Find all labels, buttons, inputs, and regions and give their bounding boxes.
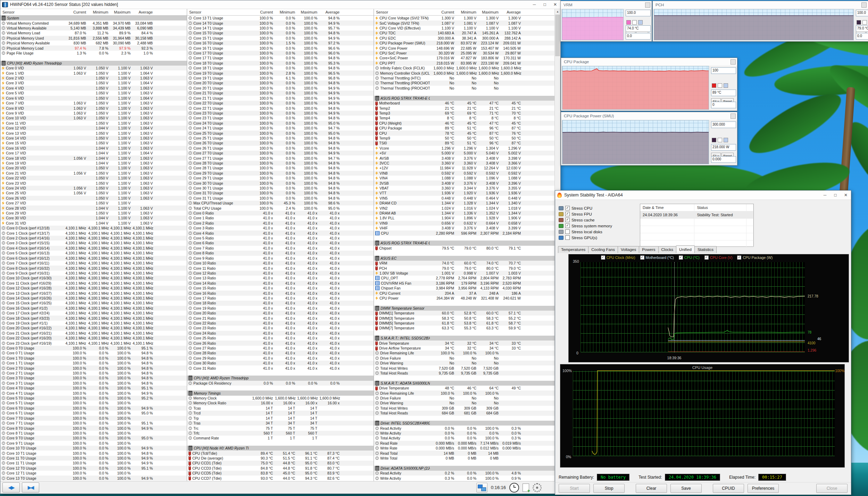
sensor-row[interactable]: Core 7 VID1.063 V1.050 V1.100 V1.063 V — [0, 101, 187, 106]
sensor-row[interactable]: Max CPU/Thread Usage100.0 %45.3 %100.0 %… — [187, 201, 374, 205]
sensor-row[interactable]: Core 23 T0 Usage100.0 %0.0 %100.0 %94.9 … — [187, 111, 374, 116]
clear-button[interactable]: Clear — [636, 484, 667, 493]
sensor-row[interactable]: ASUS ROG STRIX TRX40-E GAMING (AMD ... — [374, 241, 555, 245]
sensor-row[interactable]: Drive Remaining Life100.0 %100.0 %100.0 … — [374, 351, 555, 355]
sensor-row[interactable]: Core 1 Ratio41.0 x41.0 x41.0 x41.0 x — [187, 216, 374, 220]
sensor-row[interactable]: Thermal Throttling (PROCHOT CPU)NoNoNo — [374, 81, 555, 85]
sensor-row[interactable]: Core 19 VID1.044 V1.100 V1.063 V — [0, 161, 187, 166]
sensor-row[interactable]: Core 9 Clock (perf #16/31)4,100.1 MHz4,1… — [0, 271, 187, 276]
sensor-row[interactable]: Core 2 VID1.050 V1.100 V1.063 V — [0, 76, 187, 81]
sensor-row[interactable]: Drive FailureNoNoNo — [374, 396, 555, 401]
sensor-row[interactable]: Physical Memory Available830 MB682 MB30,… — [0, 41, 187, 45]
sensor-row[interactable]: Core 23 Ratio41.0 x41.0 x41.0 x41.0 x — [187, 326, 374, 330]
sensor-row[interactable]: Core 19 T1 Usage100.0 %6.1 %100.0 %96.8 … — [187, 76, 374, 81]
sensor-row[interactable]: Core 15 VID1.050 V1.100 V1.063 V — [0, 141, 187, 145]
sensor-row[interactable]: Command Rate1 T1 T1 T — [187, 436, 374, 440]
sensor-row[interactable] — [374, 301, 555, 305]
test-log-table[interactable]: Date & TimeStatus24.04.2020 18:39:36Stab… — [640, 204, 754, 247]
graph-menu-button[interactable] — [645, 2, 650, 8]
sensor-row[interactable]: Core 3 T1 Usage100.0 %0.0 %100.0 %94.8 % — [0, 381, 187, 386]
sensor-row[interactable]: Virtual Memory Load87.0 %11.2 %89.9 %84.… — [0, 31, 187, 35]
sensor-row[interactable]: CPU EDC300.000 A38.341 A300.000 A288.142… — [374, 36, 555, 41]
legend-checkbox[interactable]: ✓ — [601, 255, 605, 260]
sensor-row[interactable] — [374, 91, 555, 95]
sensor-row[interactable]: Infinity Fabric Clock (FCLK)1,600.0 MHz1… — [374, 66, 555, 70]
sensor-row[interactable]: Core 8 Clock (perf #16/32)4,100.1 MHz4,1… — [0, 266, 187, 270]
sensor-row[interactable]: Core 6 T1 Usage100.0 %0.0 %100.0 %95.0 % — [0, 411, 187, 415]
sensor-row[interactable]: Core 18 T0 Usage100.0 %0.0 %100.0 %95.3 … — [187, 61, 374, 66]
sensor-row[interactable]: Core 3 T0 Usage100.0 %0.0 %100.0 %94.8 % — [0, 376, 187, 380]
sensor-row[interactable]: Core 16 Ratio41.0 x41.0 x41.0 x41.0 x — [187, 291, 374, 295]
sensor-row[interactable]: Core 15 T1 Usage100.0 %0.0 %100.0 %94.9 … — [187, 36, 374, 41]
sensor-row[interactable]: Core 4 T0 Usage100.0 %0.0 %100.0 %95.1 % — [0, 386, 187, 390]
sensor-row[interactable]: Core 0 Clock (perf #12/18)4,100.1 MHz4,1… — [0, 226, 187, 230]
sensor-row[interactable]: Core 31 VID1.044 V1.100 V1.063 V — [0, 221, 187, 226]
sensor-row[interactable]: Core 27 VID1.050 V1.100 V — [0, 201, 187, 205]
sensor-row[interactable]: CPU Die (average)90.3 °C51.5 °C91.1 °C87… — [187, 456, 374, 461]
sensor-row[interactable] — [374, 236, 555, 241]
legend-checkbox[interactable]: ✓ — [679, 255, 683, 260]
sensor-row[interactable]: Core 22 VID1.050 V1.100 V1.063 V — [0, 176, 187, 180]
sensor-row[interactable]: Memory Timings — [187, 390, 374, 395]
sensor-row[interactable]: AVSB3.408 V3.376 V3.408 V3.398 V — [374, 155, 555, 160]
sensor-row[interactable]: Core 4 Ratio41.0 x41.0 x41.0 x41.0 x — [187, 230, 374, 235]
sensor-row[interactable]: Core 13 T0 Usage100.0 %0.0 %100.0 %94.9 … — [0, 476, 187, 480]
sensor-row[interactable]: CPU CCD7 (Tdie)93.0 °C44.0 °C94.3 °C82.6… — [187, 476, 374, 480]
sensor-row[interactable]: Core 31 T1 Usage100.0 %0.0 %100.0 %94.8 … — [187, 196, 374, 201]
close-button[interactable]: Close — [816, 484, 848, 493]
sensor-row[interactable]: Trcd14 T14 T14 T — [187, 411, 374, 415]
close-icon[interactable]: ✕ — [550, 2, 560, 7]
sensor-row[interactable]: ASUS EC — [374, 256, 555, 261]
sensor-row[interactable]: Core 25 T0 Usage100.0 %0.0 %100.0 %95.0 … — [187, 131, 374, 135]
sensor-row[interactable]: Core 13 Ratio41.0 x41.0 x41.0 x41.0 x — [187, 276, 374, 280]
stop-button[interactable]: Stop — [593, 484, 625, 493]
sensor-row[interactable]: VIN80.592 V0.592 V0.592 V0.592 V — [374, 171, 555, 176]
sensor-row[interactable]: Core 17 Clock (perf #2/24)4,100.1 MHz4,1… — [0, 311, 187, 316]
sensor-row[interactable]: +5V5.000 V5.000 V5.040 V5.002 V — [374, 151, 555, 155]
sensor-row[interactable]: Core 20 T1 Usage100.0 %0.0 %100.0 %94.9 … — [187, 86, 374, 91]
sensor-row[interactable]: Core 25 Ratio41.0 x41.0 x41.0 x41.0 x — [187, 336, 374, 341]
sensor-row[interactable]: DIMM[5] Temperature61.8 °C53.8 °C61.8 °C… — [374, 321, 555, 326]
sensor-row[interactable]: Core 26 Ratio41.0 x41.0 x41.0 x41.0 x — [187, 341, 374, 345]
sensor-row[interactable]: CPU (Tctl/Tdie)89.4 °C51.4 °C96.1 °C87.3… — [187, 451, 374, 455]
sensor-row[interactable]: Core 31 T0 Usage100.0 %0.0 %100.0 %94.8 … — [187, 191, 374, 195]
sensor-row[interactable]: Chipset79.5 °C79.0 °C80.0 °C79.1 °C — [374, 246, 555, 251]
sensor-row[interactable]: CPU Power264.384 W48.248 W321.408 W240.6… — [374, 296, 555, 301]
sensor-row[interactable]: Core 18 Ratio41.0 x41.0 x41.0 x41.0 x — [187, 301, 374, 305]
sensor-row[interactable]: Core 9 Ratio41.0 x41.0 x41.0 x41.0 x — [187, 256, 374, 261]
sensor-row[interactable]: Core 26 VID1.050 V1.100 V1.063 V — [0, 196, 187, 201]
sensor-row[interactable]: Core 29 T0 Usage100.0 %0.0 %100.0 %94.8 … — [187, 171, 374, 176]
graph-title[interactable]: VRM — [561, 1, 652, 9]
sensor-row[interactable]: Core 2 T0 Usage100.0 %0.0 %100.0 %94.8 % — [0, 365, 187, 370]
sensor-row[interactable]: Core 3 Ratio41.0 x41.0 x41.0 x41.0 x — [187, 226, 374, 230]
column-headers[interactable]: SensorCurrentMinimumMaximumAverage — [374, 9, 555, 16]
sensor-row[interactable]: 1.8V PLL1.904 V1.896 V1.928 V1.906 V — [374, 216, 555, 220]
sensor-row[interactable] — [374, 376, 555, 380]
sensor-row[interactable] — [374, 416, 555, 421]
sensor-row[interactable]: Thermal Throttling (PROCHOT EXT)NoNoNo — [374, 86, 555, 91]
sensor-row[interactable]: Core 16 T0 Usage100.0 %1.5 %100.0 %97.2 … — [187, 41, 374, 45]
sensor-row[interactable]: Core 30 T1 Usage100.0 %0.0 %100.0 %94.8 … — [187, 186, 374, 191]
sensor-row[interactable]: Core 19 Ratio41.0 x41.0 x41.0 x41.0 x — [187, 306, 374, 311]
hwinfo-titlebar[interactable]: HWiNFO64 v6.24-4120 Sensor Status [202 v… — [0, 0, 560, 9]
sensor-row[interactable]: Core 26 T0 Usage100.0 %0.0 %100.0 %94.8 … — [187, 141, 374, 145]
sensor-row[interactable]: Core 17 T0 Usage100.0 %0.0 %100.0 %96.0 … — [187, 51, 374, 56]
sensor-row[interactable]: Core 24 Ratio41.0 x41.0 x41.0 x41.0 x — [187, 331, 374, 336]
sensor-row[interactable]: Core 16 VID1.044 V1.100 V1.063 V — [0, 146, 187, 151]
close-icon[interactable]: ✕ — [841, 193, 851, 197]
sensor-row[interactable]: Virtual Memory Commited34,689 MB4,351 MB… — [0, 20, 187, 25]
sensor-row[interactable]: Package C6 Residency0.0 %0.0 %0.0 %0.0 % — [187, 381, 374, 386]
sensor-row[interactable]: Memory Clock1,600.0 MHz1,600.0 MHz1,600.… — [187, 396, 374, 401]
sensor-row[interactable]: Temp221 °C21 °C21 °C21 °C — [374, 106, 555, 110]
start-button[interactable]: Start — [559, 484, 590, 493]
sensor-row[interactable]: Temp48 °C8 °C8 °C8 °C — [374, 116, 555, 120]
sensor-row[interactable]: Write Total0 MB0 MB0 MB — [374, 456, 555, 461]
sensor-row[interactable]: Virtual Memory Available5,140 MB3,888 MB… — [0, 26, 187, 31]
legend-checkbox[interactable]: ✓ — [704, 255, 709, 260]
sensor-row[interactable]: Core 4 Clock (perf #16/14)4,100.1 MHz4,1… — [0, 246, 187, 251]
sensor-row[interactable]: Core 9 T0 Usage100.0 %0.0 %100.0 %95.0 % — [0, 436, 187, 440]
sensor-row[interactable]: TSI089 °C51 °C96 °C87 °C — [374, 141, 555, 145]
sensor-row[interactable]: CPU (Weight)46 °C45 °C47 °C45 °C — [374, 121, 555, 126]
legend-checkbox[interactable]: ✓ — [737, 255, 741, 260]
checkbox[interactable] — [565, 235, 570, 240]
